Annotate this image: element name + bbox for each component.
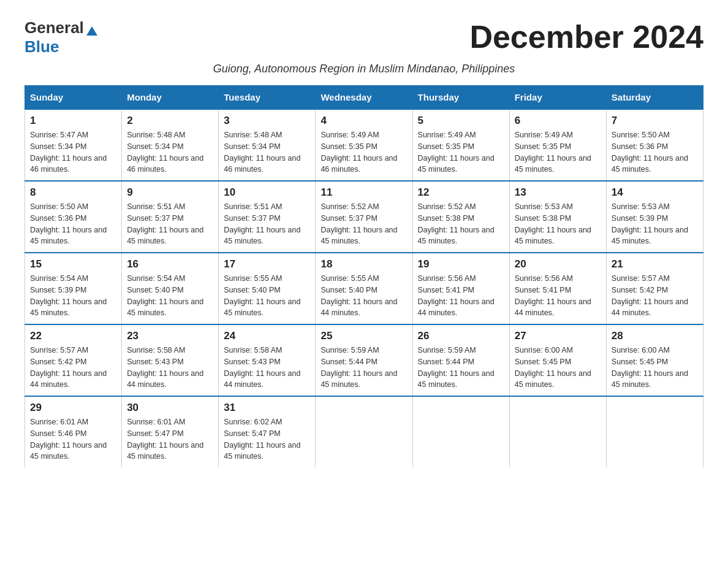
day-number: 29 (30, 402, 116, 414)
day-info: Sunrise: 5:54 AMSunset: 5:39 PMDaylight:… (30, 273, 116, 319)
calendar-cell: 23 Sunrise: 5:58 AMSunset: 5:43 PMDaylig… (122, 324, 219, 396)
calendar-cell: 7 Sunrise: 5:50 AMSunset: 5:36 PMDayligh… (606, 109, 703, 181)
day-info: Sunrise: 5:50 AMSunset: 5:36 PMDaylight:… (612, 129, 698, 175)
day-info: Sunrise: 5:57 AMSunset: 5:42 PMDaylight:… (612, 273, 698, 319)
day-info: Sunrise: 5:50 AMSunset: 5:36 PMDaylight:… (30, 201, 116, 247)
calendar-cell (316, 396, 412, 467)
day-info: Sunrise: 5:58 AMSunset: 5:43 PMDaylight:… (224, 345, 310, 391)
logo: General Blue (25, 18, 97, 56)
day-info: Sunrise: 5:48 AMSunset: 5:34 PMDaylight:… (224, 129, 310, 175)
logo-blue: Blue (25, 37, 59, 56)
calendar-cell: 2 Sunrise: 5:48 AMSunset: 5:34 PMDayligh… (122, 109, 219, 181)
calendar-cell: 31 Sunrise: 6:02 AMSunset: 5:47 PMDaylig… (219, 396, 316, 467)
day-info: Sunrise: 6:01 AMSunset: 5:47 PMDaylight:… (127, 416, 213, 462)
day-number: 2 (127, 115, 213, 127)
day-info: Sunrise: 5:49 AMSunset: 5:35 PMDaylight:… (418, 129, 504, 175)
day-number: 18 (320, 258, 407, 270)
day-info: Sunrise: 5:57 AMSunset: 5:42 PMDaylight:… (30, 345, 116, 391)
day-number: 10 (224, 186, 310, 199)
day-info: Sunrise: 5:52 AMSunset: 5:37 PMDaylight:… (320, 201, 407, 247)
header-saturday: Saturday (606, 86, 703, 110)
day-number: 19 (418, 258, 504, 270)
day-number: 13 (515, 186, 601, 199)
calendar-cell: 6 Sunrise: 5:49 AMSunset: 5:35 PMDayligh… (509, 109, 606, 181)
calendar-week-4: 22 Sunrise: 5:57 AMSunset: 5:42 PMDaylig… (25, 324, 703, 396)
day-info: Sunrise: 5:53 AMSunset: 5:38 PMDaylight:… (515, 201, 601, 247)
day-info: Sunrise: 5:59 AMSunset: 5:44 PMDaylight:… (320, 345, 407, 391)
day-number: 12 (418, 186, 504, 199)
header-row: Sunday Monday Tuesday Wednesday Thursday… (25, 86, 703, 110)
day-info: Sunrise: 5:52 AMSunset: 5:38 PMDaylight:… (418, 201, 504, 247)
calendar-cell: 21 Sunrise: 5:57 AMSunset: 5:42 PMDaylig… (606, 253, 703, 324)
day-info: Sunrise: 5:51 AMSunset: 5:37 PMDaylight:… (224, 201, 310, 247)
day-info: Sunrise: 5:49 AMSunset: 5:35 PMDaylight:… (515, 129, 601, 175)
day-info: Sunrise: 5:49 AMSunset: 5:35 PMDaylight:… (320, 129, 407, 175)
day-info: Sunrise: 5:47 AMSunset: 5:34 PMDaylight:… (30, 129, 116, 175)
day-info: Sunrise: 5:56 AMSunset: 5:41 PMDaylight:… (418, 273, 504, 319)
calendar-cell: 16 Sunrise: 5:54 AMSunset: 5:40 PMDaylig… (122, 253, 219, 324)
day-number: 7 (612, 115, 698, 127)
day-info: Sunrise: 5:55 AMSunset: 5:40 PMDaylight:… (320, 273, 407, 319)
day-info: Sunrise: 6:00 AMSunset: 5:45 PMDaylight:… (612, 345, 698, 391)
day-number: 30 (127, 402, 213, 414)
calendar-cell: 29 Sunrise: 6:01 AMSunset: 5:46 PMDaylig… (25, 396, 122, 467)
logo-general: General (25, 18, 84, 37)
day-number: 26 (418, 330, 504, 342)
calendar-cell: 28 Sunrise: 6:00 AMSunset: 5:45 PMDaylig… (606, 324, 703, 396)
day-number: 20 (515, 258, 601, 270)
calendar-cell: 1 Sunrise: 5:47 AMSunset: 5:34 PMDayligh… (25, 109, 122, 181)
day-number: 24 (224, 330, 310, 342)
calendar-cell: 4 Sunrise: 5:49 AMSunset: 5:35 PMDayligh… (316, 109, 412, 181)
calendar-cell: 10 Sunrise: 5:51 AMSunset: 5:37 PMDaylig… (219, 181, 316, 253)
calendar-week-1: 1 Sunrise: 5:47 AMSunset: 5:34 PMDayligh… (25, 109, 703, 181)
page-subtitle: Guiong, Autonomous Region in Muslim Mind… (25, 63, 703, 75)
day-info: Sunrise: 5:54 AMSunset: 5:40 PMDaylight:… (127, 273, 213, 319)
day-info: Sunrise: 6:01 AMSunset: 5:46 PMDaylight:… (30, 416, 116, 462)
header-sunday: Sunday (25, 86, 122, 110)
day-info: Sunrise: 5:53 AMSunset: 5:39 PMDaylight:… (612, 201, 698, 247)
header-wednesday: Wednesday (316, 86, 412, 110)
calendar-header: Sunday Monday Tuesday Wednesday Thursday… (25, 86, 703, 110)
day-info: Sunrise: 5:58 AMSunset: 5:43 PMDaylight:… (127, 345, 213, 391)
calendar-cell: 25 Sunrise: 5:59 AMSunset: 5:44 PMDaylig… (316, 324, 412, 396)
day-number: 11 (320, 186, 407, 199)
calendar-cell: 27 Sunrise: 6:00 AMSunset: 5:45 PMDaylig… (509, 324, 606, 396)
day-number: 31 (224, 402, 310, 414)
day-number: 4 (320, 115, 407, 127)
calendar-cell: 26 Sunrise: 5:59 AMSunset: 5:44 PMDaylig… (412, 324, 509, 396)
header-monday: Monday (122, 86, 219, 110)
calendar-cell (509, 396, 606, 467)
day-number: 17 (224, 258, 310, 270)
calendar-cell: 8 Sunrise: 5:50 AMSunset: 5:36 PMDayligh… (25, 181, 122, 253)
day-info: Sunrise: 5:55 AMSunset: 5:40 PMDaylight:… (224, 273, 310, 319)
calendar-cell: 30 Sunrise: 6:01 AMSunset: 5:47 PMDaylig… (122, 396, 219, 467)
calendar-cell: 3 Sunrise: 5:48 AMSunset: 5:34 PMDayligh… (219, 109, 316, 181)
day-number: 28 (612, 330, 698, 342)
calendar-cell: 19 Sunrise: 5:56 AMSunset: 5:41 PMDaylig… (412, 253, 509, 324)
day-number: 14 (612, 186, 698, 199)
calendar-cell: 20 Sunrise: 5:56 AMSunset: 5:41 PMDaylig… (509, 253, 606, 324)
calendar-cell: 13 Sunrise: 5:53 AMSunset: 5:38 PMDaylig… (509, 181, 606, 253)
calendar-cell: 9 Sunrise: 5:51 AMSunset: 5:37 PMDayligh… (122, 181, 219, 253)
calendar-week-2: 8 Sunrise: 5:50 AMSunset: 5:36 PMDayligh… (25, 181, 703, 253)
calendar-cell: 5 Sunrise: 5:49 AMSunset: 5:35 PMDayligh… (412, 109, 509, 181)
calendar-week-5: 29 Sunrise: 6:01 AMSunset: 5:46 PMDaylig… (25, 396, 703, 467)
day-number: 21 (612, 258, 698, 270)
month-title: December 2024 (469, 18, 703, 55)
calendar-cell: 22 Sunrise: 5:57 AMSunset: 5:42 PMDaylig… (25, 324, 122, 396)
day-info: Sunrise: 6:00 AMSunset: 5:45 PMDaylight:… (515, 345, 601, 391)
calendar-cell: 24 Sunrise: 5:58 AMSunset: 5:43 PMDaylig… (219, 324, 316, 396)
day-number: 27 (515, 330, 601, 342)
day-number: 8 (30, 186, 116, 199)
calendar-week-3: 15 Sunrise: 5:54 AMSunset: 5:39 PMDaylig… (25, 253, 703, 324)
calendar-cell: 18 Sunrise: 5:55 AMSunset: 5:40 PMDaylig… (316, 253, 412, 324)
day-info: Sunrise: 5:56 AMSunset: 5:41 PMDaylight:… (515, 273, 601, 319)
calendar-cell: 14 Sunrise: 5:53 AMSunset: 5:39 PMDaylig… (606, 181, 703, 253)
day-number: 3 (224, 115, 310, 127)
day-number: 16 (127, 258, 213, 270)
day-number: 22 (30, 330, 116, 342)
day-number: 25 (320, 330, 407, 342)
day-info: Sunrise: 5:48 AMSunset: 5:34 PMDaylight:… (127, 129, 213, 175)
day-number: 15 (30, 258, 116, 270)
day-number: 5 (418, 115, 504, 127)
